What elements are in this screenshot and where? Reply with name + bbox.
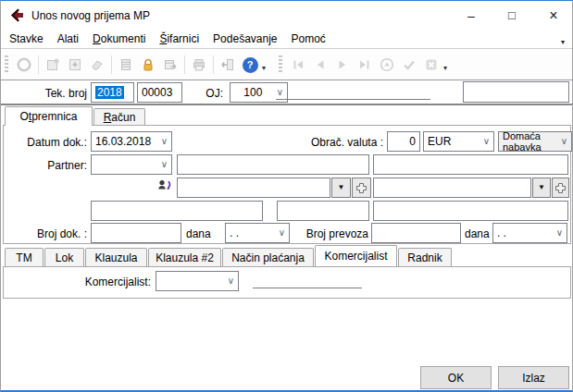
nabavka-type-combobox[interactable]: Domaća nabavka∨ — [498, 131, 572, 152]
tek-broj-year-input[interactable]: 2018 — [91, 82, 134, 103]
lock-button[interactable] — [137, 54, 159, 76]
help-button[interactable]: ? — [239, 54, 261, 76]
datum-dok-combobox[interactable]: 16.03.2018∨ — [91, 131, 172, 152]
toolbar-drag-handle[interactable] — [279, 55, 282, 74]
dropdown-icon: ▼ — [538, 184, 545, 191]
menu-overflow-icon[interactable]: ▾ — [561, 38, 565, 46]
next-record-button[interactable] — [331, 54, 354, 76]
tab-klauzula[interactable]: Klauzula — [85, 248, 147, 266]
broj-prevoza-date-combobox[interactable]: . .∨ — [492, 223, 567, 243]
selected-text: 2018 — [95, 86, 124, 99]
ok-button[interactable]: OK — [420, 366, 492, 389]
cancel-x-icon — [423, 56, 440, 73]
partner-name2-field[interactable] — [373, 154, 568, 175]
detail-field-3[interactable] — [373, 201, 568, 221]
box-down-arrow-icon — [67, 56, 83, 73]
tab-tm[interactable]: TM — [5, 248, 44, 266]
erase-button[interactable] — [86, 54, 108, 76]
window-title: Unos novog prijema MP — [31, 9, 150, 22]
maximize-button[interactable]: □ — [494, 1, 529, 30]
exit-door-icon — [219, 56, 236, 73]
toolbar-overflow-icon[interactable]: ▾ — [443, 64, 447, 72]
broj-dok-date-combobox[interactable]: . .∨ — [225, 223, 290, 243]
dana-label: dana — [186, 227, 220, 240]
last-record-button[interactable] — [354, 54, 376, 76]
printer-icon — [191, 56, 207, 73]
broj-dok-input[interactable] — [91, 223, 181, 243]
exit-button[interactable] — [217, 54, 239, 76]
toolbar-drag-handle[interactable] — [5, 55, 8, 74]
obrac-valuta-label: Obrač. valuta : — [288, 136, 383, 149]
broj-dok-label: Broj dok. : — [24, 227, 87, 240]
header-right-field[interactable] — [463, 81, 569, 103]
detail-field-1[interactable] — [91, 201, 263, 221]
previous-record-icon — [312, 56, 329, 73]
toolbar: ? ▾ ▾ — [1, 50, 572, 80]
refresh-circle-button[interactable] — [13, 54, 35, 76]
header-separator — [1, 104, 573, 105]
app-window: Unos novog prijema MP – □ × Stavke Alati… — [0, 0, 573, 392]
menu-item-pomoc[interactable]: Pomoć — [292, 32, 326, 45]
valuta-amount-input[interactable]: 0 — [387, 131, 420, 152]
person-lookup-icon[interactable] — [156, 178, 173, 193]
izlaz-button[interactable]: Izlaz — [498, 366, 569, 389]
komercijalist-combobox[interactable]: ∨ — [156, 271, 239, 291]
close-icon: × — [549, 7, 557, 24]
chevron-down-icon: ∨ — [556, 228, 563, 238]
menu-item-podesavanje[interactable]: Podešavanje — [213, 32, 277, 45]
tab-otpremnica[interactable]: Otpremnica — [5, 106, 93, 126]
menu-item-alati[interactable]: Alati — [57, 32, 79, 45]
partner-label: Partner: — [29, 159, 87, 172]
next-record-icon — [334, 56, 351, 73]
tab-klauzula-2[interactable]: Klauzula #2 — [148, 248, 221, 266]
menu-item-stavke[interactable]: Stavke — [9, 32, 44, 45]
import-button[interactable] — [64, 54, 86, 76]
broj-prevoza-input[interactable] — [371, 223, 461, 243]
tab-racun[interactable]: Račun — [93, 108, 145, 126]
eject-button[interactable] — [376, 54, 398, 76]
document-grid-icon — [118, 56, 134, 73]
dropdown-button-1[interactable]: ▼ — [331, 178, 351, 198]
valuta-currency-combobox[interactable]: EUR∨ — [423, 131, 494, 152]
menu-item-sifarnici[interactable]: Šifarnici — [159, 32, 199, 45]
eraser-icon — [89, 56, 106, 73]
menubar: Stavke Alati Dokumenti Šifarnici Podešav… — [1, 30, 572, 49]
chevron-down-icon: ∨ — [561, 137, 567, 146]
minimize-button[interactable]: – — [454, 1, 489, 30]
chevron-down-icon: ∨ — [161, 160, 168, 169]
confirm-button[interactable] — [398, 54, 420, 76]
partner-name-field[interactable] — [177, 154, 369, 175]
first-record-button[interactable] — [287, 54, 309, 76]
oj-label: OJ: — [193, 87, 223, 100]
note-pin-button[interactable] — [42, 54, 64, 76]
partner-combobox[interactable]: ∨ — [91, 154, 172, 175]
cancel-button[interactable] — [420, 54, 442, 76]
header-underline-field[interactable] — [276, 82, 430, 100]
eject-icon — [379, 56, 395, 73]
close-button[interactable]: × — [535, 1, 572, 30]
document-list-button[interactable] — [115, 54, 137, 76]
lookup-combobox-1[interactable] — [177, 178, 330, 198]
table-export-button[interactable] — [159, 54, 181, 76]
print-button[interactable] — [188, 54, 210, 76]
maximize-icon: □ — [508, 8, 516, 22]
datum-dok-label: Datum dok.: — [15, 136, 87, 149]
toolbar-overflow-icon[interactable]: ▾ — [262, 64, 266, 72]
tab-lok[interactable]: Lok — [44, 248, 84, 266]
plus-icon — [355, 182, 367, 194]
add-button-2[interactable] — [552, 178, 569, 198]
chevron-down-icon: ∨ — [279, 228, 285, 238]
detail-field-2[interactable] — [277, 201, 369, 221]
dana-label: dana — [465, 227, 492, 240]
tab-komercijalist[interactable]: Komercijalist — [315, 245, 397, 266]
tab-nacin-placanja[interactable]: Način plaćanja — [222, 248, 314, 266]
add-button-1[interactable] — [352, 178, 371, 198]
toolbar-separator — [111, 55, 112, 74]
dropdown-button-2[interactable]: ▼ — [532, 178, 551, 198]
komercijalist-underline-field[interactable] — [253, 271, 362, 288]
tek-broj-number-input[interactable]: 00003 — [137, 82, 182, 103]
menu-item-dokumenti[interactable]: Dokumenti — [93, 32, 145, 45]
tab-radnik[interactable]: Radnik — [398, 248, 452, 266]
previous-record-button[interactable] — [309, 54, 331, 76]
lookup-combobox-2[interactable] — [373, 178, 531, 198]
